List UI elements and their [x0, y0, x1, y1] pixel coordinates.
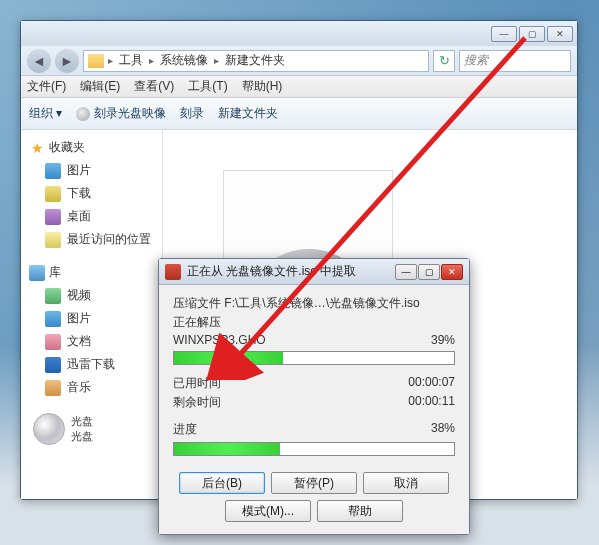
folder-icon: [88, 54, 104, 68]
menu-bar: 文件(F) 编辑(E) 查看(V) 工具(T) 帮助(H): [21, 76, 577, 98]
menu-file[interactable]: 文件(F): [27, 78, 66, 95]
breadcrumb[interactable]: ▸ 工具 ▸ 系统镜像 ▸ 新建文件夹: [83, 50, 429, 72]
refresh-button[interactable]: ↻: [433, 50, 455, 72]
organize-button[interactable]: 组织 ▾: [29, 105, 62, 122]
file-progress-bar: [173, 351, 455, 365]
sidebar-item-videos[interactable]: 视频: [25, 284, 158, 307]
documents-icon: [45, 334, 61, 350]
dialog-maximize-button[interactable]: ▢: [418, 264, 440, 280]
iso-file-item[interactable]: 光盘光盘: [25, 409, 158, 449]
music-icon: [45, 380, 61, 396]
menu-edit[interactable]: 编辑(E): [80, 78, 120, 95]
new-folder-button[interactable]: 新建文件夹: [218, 105, 278, 122]
chevron-icon: ▸: [212, 55, 221, 66]
breadcrumb-item[interactable]: 工具: [115, 52, 147, 69]
menu-view[interactable]: 查看(V): [134, 78, 174, 95]
burn-image-button[interactable]: 刻录光盘映像: [76, 105, 166, 122]
sidebar-item-xunlei[interactable]: 迅雷下载: [25, 353, 158, 376]
sidebar-item-pictures[interactable]: 图片: [25, 159, 158, 182]
titlebar: — ▢ ✕: [21, 21, 577, 46]
chevron-icon: ▸: [147, 55, 156, 66]
background-button[interactable]: 后台(B): [179, 472, 265, 494]
downloads-icon: [45, 186, 61, 202]
close-button[interactable]: ✕: [547, 26, 573, 42]
iso-label: 光盘: [71, 429, 93, 444]
disc-icon: [33, 413, 65, 445]
address-bar: ◄ ► ▸ 工具 ▸ 系统镜像 ▸ 新建文件夹 ↻ 搜索: [21, 46, 577, 76]
xunlei-icon: [45, 357, 61, 373]
menu-tools[interactable]: 工具(T): [188, 78, 227, 95]
sidebar-item-downloads[interactable]: 下载: [25, 182, 158, 205]
breadcrumb-item[interactable]: 系统镜像: [156, 52, 212, 69]
toolbar: 组织 ▾ 刻录光盘映像 刻录 新建文件夹: [21, 98, 577, 130]
dialog-minimize-button[interactable]: —: [395, 264, 417, 280]
nav-back-icon[interactable]: ◄: [27, 49, 51, 73]
mode-button[interactable]: 模式(M)...: [225, 500, 311, 522]
cancel-button[interactable]: 取消: [363, 472, 449, 494]
pause-button[interactable]: 暂停(P): [271, 472, 357, 494]
breadcrumb-item[interactable]: 新建文件夹: [221, 52, 289, 69]
minimize-button[interactable]: —: [491, 26, 517, 42]
maximize-button[interactable]: ▢: [519, 26, 545, 42]
nav-fwd-icon[interactable]: ►: [55, 49, 79, 73]
star-icon: ★: [29, 140, 45, 156]
pictures-icon: [45, 163, 61, 179]
video-icon: [45, 288, 61, 304]
sidebar-libraries[interactable]: 库: [25, 261, 158, 284]
menu-help[interactable]: 帮助(H): [242, 78, 283, 95]
sidebar-item-documents[interactable]: 文档: [25, 330, 158, 353]
archive-path: 压缩文件 F:\工具\系统镜像…\光盘镜像文件.iso: [173, 295, 455, 312]
current-file: WINXPSP3.GHO39%: [173, 333, 455, 347]
winrar-icon: [165, 264, 181, 280]
library-icon: [29, 265, 45, 281]
pictures-icon: [45, 311, 61, 327]
extract-dialog: 正在从 光盘镜像文件.iso 中提取 — ▢ ✕ 压缩文件 F:\工具\系统镜像…: [158, 258, 470, 535]
remaining-time: 剩余时间00:00:11: [173, 394, 455, 411]
desktop-icon: [45, 209, 61, 225]
recent-icon: [45, 232, 61, 248]
total-progress: 进度38%: [173, 421, 455, 438]
sidebar-item-pictures[interactable]: 图片: [25, 307, 158, 330]
sidebar-item-desktop[interactable]: 桌面: [25, 205, 158, 228]
sidebar-favorites[interactable]: ★收藏夹: [25, 136, 158, 159]
chevron-icon: ▸: [106, 55, 115, 66]
sidebar: ★收藏夹 图片 下载 桌面 最近访问的位置 库 视频 图片 文档 迅雷下载 音乐…: [21, 130, 163, 499]
search-input[interactable]: 搜索: [459, 50, 571, 72]
extracting-label: 正在解压: [173, 314, 455, 331]
total-progress-bar: [173, 442, 455, 456]
iso-label: 光盘: [71, 414, 93, 429]
sidebar-item-recent[interactable]: 最近访问的位置: [25, 228, 158, 251]
elapsed-time: 已用时间00:00:07: [173, 375, 455, 392]
dialog-body: 压缩文件 F:\工具\系统镜像…\光盘镜像文件.iso 正在解压 WINXPSP…: [159, 285, 469, 534]
disc-icon: [76, 107, 90, 121]
dialog-close-button[interactable]: ✕: [441, 264, 463, 280]
burn-button[interactable]: 刻录: [180, 105, 204, 122]
help-button[interactable]: 帮助: [317, 500, 403, 522]
dialog-title: 正在从 光盘镜像文件.iso 中提取: [187, 263, 389, 280]
dialog-titlebar: 正在从 光盘镜像文件.iso 中提取 — ▢ ✕: [159, 259, 469, 285]
sidebar-item-music[interactable]: 音乐: [25, 376, 158, 399]
